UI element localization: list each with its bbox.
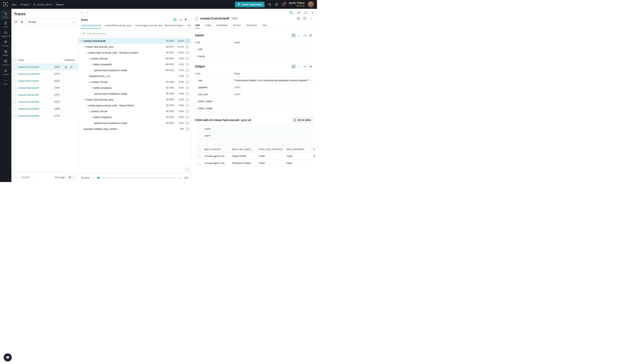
feedback-reaction-icon[interactable] (65, 66, 68, 68)
column-settings-icon[interactable] (20, 20, 24, 24)
select-all-checkbox[interactable] (197, 148, 200, 151)
fullscreen-icon[interactable] (304, 11, 307, 14)
breadcrumb-current[interactable]: Traces (56, 3, 64, 6)
next-page-icon[interactable]: › (32, 176, 37, 180)
trace-list-row[interactable]: crewai.Flow.kickoff eab1 (11, 78, 78, 84)
expand-rows-icon[interactable]: ↕ (297, 33, 301, 38)
collapse-caret-icon[interactable]: ▾ (88, 58, 91, 60)
search-icon[interactable] (268, 2, 271, 6)
collapse-caret-icon[interactable]: ▾ (88, 81, 91, 83)
row-checkbox[interactable] (13, 114, 16, 117)
sidebar-item-datasets[interactable]: Datasets (1, 58, 11, 67)
trace-name-link[interactable]: crewai.Flow.kickoff (18, 94, 39, 96)
tab-call[interactable]: Call (195, 22, 200, 28)
row-checkbox[interactable] (13, 86, 16, 90)
row-checkbox[interactable] (197, 162, 200, 164)
refresh-icon[interactable] (14, 20, 18, 24)
column-header[interactable]: agent_executor (202, 146, 230, 153)
timeline-slider[interactable] (97, 178, 177, 178)
next-trace-arrow-icon[interactable]: ↓ (86, 11, 88, 14)
prev-page-icon[interactable]: ‹ (14, 176, 19, 180)
collapse-caret-icon[interactable]: ▾ (85, 104, 88, 106)
per-page-select[interactable]: 50 ▾ (67, 175, 75, 180)
trace-tree-row[interactable]: ▾ crewai.LLM.call $0.0003 5.85s ✓ (78, 108, 191, 114)
trace-tree-row[interactable]: ▾ crewai.Agent.execute_task - 'Report Wr… (78, 102, 191, 108)
feedback-comment-icon[interactable] (70, 66, 73, 68)
io-table-row[interactable]: › token_usage (195, 105, 313, 112)
sidebar-item-prompts[interactable]: Prompts (1, 39, 11, 48)
trace-path-tab[interactable]: crewai.Task.execute_sync (104, 23, 132, 28)
hide-values-icon[interactable] (308, 33, 313, 38)
trace-path-tab[interactable]: crewai.Agent.execute_task - 'Research An… (135, 23, 184, 28)
io-table-row[interactable]: json_dict null (195, 91, 313, 98)
trace-list-row[interactable]: crewai.Crew.kickoff a17d (11, 112, 78, 119)
tab-summary[interactable]: Summary (246, 22, 257, 28)
trace-tree-row[interactable]: openai.chat.completions.create $0.0006 9… (78, 91, 191, 96)
collapse-caret-icon[interactable]: ▾ (90, 116, 94, 118)
trace-list-row[interactable]: crewai.Crew.kickoff 316c (11, 98, 78, 106)
column-header[interactable]: allow_code_execution (257, 146, 284, 153)
prev-trace-arrow-icon[interactable]: ↑ (81, 11, 83, 14)
trace-tree-row[interactable]: ▾ crewai.Crew.kickoff $0.0010 19.83s ✓ (78, 38, 191, 44)
row-checkbox[interactable] (13, 66, 16, 68)
trace-path-tab[interactable]: crewai.LLM.cal (187, 23, 191, 28)
timeline-slider-handle[interactable] (97, 177, 99, 179)
trace-tree-row[interactable]: ▾ litellm.completion $0.0003 5.84s ✓ (78, 114, 191, 120)
table-view-icon[interactable] (291, 33, 296, 38)
column-header[interactable]: allow_delegation (284, 146, 311, 153)
trace-path-tab[interactable]: crewai.Crew.kickoff (81, 23, 101, 28)
io-table-row[interactable]: › tasks_output (195, 98, 313, 105)
trace-tree-row[interactable]: ▾ litellm.completion $0.0006 9.40s ✓ (78, 85, 191, 91)
avatar[interactable] (308, 1, 314, 8)
trace-tree-row[interactable]: ▾ litellm.completion <$0.0001 2.82s ✓ (78, 62, 191, 67)
io-table-row[interactable]: › self (195, 46, 313, 53)
code-json-icon[interactable]: </> (302, 64, 307, 69)
breadcrumb-project[interactable]: crewai_demo (33, 3, 52, 6)
trace-name-link[interactable]: crewai.Crew.kickoff (18, 108, 39, 110)
trace-name-link[interactable]: crewai.Crew.kickoff (18, 100, 39, 103)
row-checkbox[interactable] (13, 100, 16, 103)
child-call-row[interactable]: <crewai.agents.cre...'Research Analyst'F… (195, 160, 313, 166)
collapse-panel-button[interactable] (185, 166, 190, 171)
trace-tree-row[interactable]: ▾ crewai.LLM.call $0.0006 9.40s ✓ (78, 79, 191, 85)
help-icon[interactable]: ? (282, 2, 285, 6)
more-options-icon[interactable]: ⋯ (310, 16, 313, 20)
ops-filter-select[interactable]: All Ops ▾ (26, 19, 76, 25)
row-checkbox[interactable] (13, 72, 16, 76)
invite-teammates-button[interactable]: Invite teammates (235, 2, 265, 7)
tree-view-icon[interactable] (173, 18, 177, 22)
hide-values-icon[interactable] (308, 64, 313, 69)
collapse-caret-icon[interactable]: ▾ (83, 46, 86, 48)
split-view-icon[interactable] (290, 11, 293, 14)
timeline-next-icon[interactable]: › (179, 176, 182, 180)
close-icon[interactable]: × (311, 11, 313, 14)
trace-name-link[interactable]: crewai.Crew.kickoff (18, 114, 39, 117)
code-view-icon[interactable]: </> (178, 18, 183, 22)
collapse-caret-icon[interactable]: ▾ (80, 40, 83, 42)
io-table-row[interactable]: raw **Investment Report: AI in Chemical … (195, 77, 313, 84)
collapse-caret-icon[interactable]: ▾ (85, 52, 88, 54)
op-filter-input[interactable] (87, 32, 186, 35)
expand-chevron-icon[interactable]: › (195, 107, 198, 110)
collapse-caret-icon[interactable]: ▾ (90, 64, 94, 66)
trace-list-row[interactable]: crewai.Crew.kickoff 9d89 (11, 64, 78, 70)
row-checkbox[interactable] (13, 94, 16, 96)
sidebar-item-more[interactable]: More (1, 77, 11, 86)
trace-list-row[interactable]: crewai.Crew.kickoff e058 (11, 106, 78, 112)
row-checkbox[interactable] (13, 80, 16, 82)
edit-pencil-icon[interactable] (297, 11, 300, 14)
code-json-icon[interactable]: </> (302, 33, 307, 38)
trace-list-row[interactable]: crewai.Flow.kickoff c59f (11, 84, 78, 92)
collapse-caret-icon[interactable]: ▾ (90, 87, 94, 89)
breadcrumb-entity[interactable]: ayut (12, 3, 17, 6)
trace-tree-row[interactable]: SerperDevTool._run 1.66s ✓ (78, 73, 191, 79)
timeline-prev-icon[interactable]: ‹ (92, 176, 95, 180)
trace-tree-row[interactable]: openai.chat.completions.create $0.0003 5… (78, 120, 191, 126)
trace-name-link[interactable]: crewai.Crew.kickoff (18, 66, 39, 68)
trace-tree-row[interactable]: ▾ crewai.LLM.call <$0.0001 2.82s ✓ (78, 56, 191, 62)
sidebar-item-scorers[interactable]: Scorers (1, 68, 11, 76)
tab-feedback[interactable]: Feedback (216, 22, 228, 28)
column-header[interactable]: agent_ops_agent_nan (230, 146, 257, 153)
row-checkbox[interactable] (197, 155, 200, 158)
breadcrumb-projects[interactable]: Projects (21, 3, 30, 6)
